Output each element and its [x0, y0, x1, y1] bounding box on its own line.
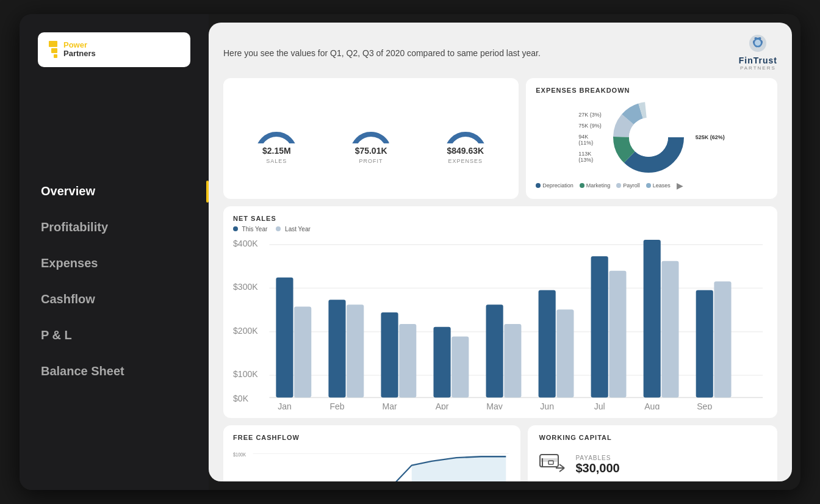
svg-rect-21 — [347, 304, 364, 397]
nav-item-overview[interactable]: Overview — [20, 173, 209, 209]
donut-container: 27K (3%) 75K (9%) 94K(11%) 113K(13%) — [578, 98, 725, 177]
line-chart-area: $100K $0K Jan 2020 Mar 2020 May 2020 — [233, 445, 511, 481]
cashflow-panel: FREE CASHFLOW $100K $0K Jan — [223, 425, 520, 481]
legend-leases: Leases — [646, 182, 671, 189]
expenses-breakdown-panel: EXPENSES BREAKDOWN 27K (3%) 75K (9%) 94K… — [526, 78, 777, 199]
gauge-expenses — [441, 113, 490, 143]
svg-rect-29 — [556, 309, 574, 397]
kpi-expenses-value: $849.63K — [447, 146, 484, 156]
svg-rect-31 — [609, 271, 626, 398]
svg-text:Jul: Jul — [594, 401, 605, 409]
svg-rect-30 — [591, 256, 608, 398]
kpi-sales-value: $2.15M — [262, 146, 291, 156]
logo-partners-text: Partners — [63, 49, 96, 58]
gauge-profit-svg — [347, 113, 395, 143]
svg-rect-27 — [504, 324, 521, 398]
kpi-gauges-panel: $2.15M SALES $75.01K PROFIT — [223, 78, 519, 199]
main-content: Here you see the values for Q1, Q2, Q3 o… — [209, 23, 792, 481]
working-capital-panel: WORKING CAPITAL — [528, 425, 777, 481]
svg-rect-28 — [539, 290, 556, 397]
svg-text:$0K: $0K — [233, 394, 249, 403]
legend-next-icon[interactable]: ▶ — [677, 181, 683, 190]
bar1 — [49, 41, 57, 47]
svg-rect-25 — [451, 337, 469, 398]
legend-payroll: Payroll — [616, 182, 640, 189]
legend-marketing: Marketing — [580, 182, 611, 189]
legend-dot-marketing — [580, 183, 584, 188]
legend-dot-depreciation — [536, 183, 541, 188]
svg-text:$300K: $300K — [233, 282, 258, 292]
payables-icon — [539, 452, 567, 478]
working-capital-title: WORKING CAPITAL — [539, 434, 766, 441]
donut-legend: Depreciation Marketing Payroll Leases — [536, 181, 768, 190]
nav-item-expenses[interactable]: Expenses — [20, 245, 209, 281]
svg-rect-24 — [434, 327, 451, 398]
svg-text:Jan: Jan — [278, 401, 292, 409]
fintrust-logo: FinTrust PARTNERS — [739, 35, 777, 71]
kpi-sales-label: SALES — [266, 158, 287, 164]
svg-rect-22 — [381, 312, 398, 398]
nav-items: Overview Profitability Expenses Cashflow… — [20, 92, 209, 472]
svg-point-7 — [629, 118, 668, 157]
nav-item-balance-sheet[interactable]: Balance Sheet — [20, 353, 209, 389]
label-depreciation: 525K (62%) — [696, 134, 725, 140]
svg-text:$200K: $200K — [233, 326, 258, 336]
label-payroll: 94K(11%) — [578, 134, 602, 146]
svg-text:$100K: $100K — [233, 369, 258, 379]
svg-text:Sep: Sep — [697, 401, 712, 409]
svg-rect-33 — [661, 261, 678, 398]
nav-item-profitability[interactable]: Profitability — [20, 209, 209, 245]
header-row: Here you see the values for Q1, Q2, Q3 o… — [223, 35, 777, 71]
kpi-profit-value: $75.01K — [355, 146, 387, 156]
app-container: Power Partners Overview Profitability Ex… — [20, 14, 800, 490]
gauge-expenses-svg — [441, 113, 490, 143]
label-leases: 75K (9%) — [578, 123, 602, 129]
bar-chart-svg: $400K $300K $200K $100K $0K — [233, 235, 768, 409]
svg-rect-19 — [294, 306, 311, 397]
legend-dot-leases — [646, 183, 651, 188]
gauge-sales — [252, 113, 301, 143]
expenses-title: EXPENSES BREAKDOWN — [536, 87, 768, 94]
kpi-profit: $75.01K PROFIT — [347, 113, 395, 164]
svg-rect-18 — [276, 278, 293, 398]
kpi-profit-label: PROFIT — [359, 158, 383, 164]
logo-box: Power Partners — [38, 32, 190, 67]
fintrust-sub: PARTNERS — [740, 65, 776, 71]
svg-text:Aug: Aug — [644, 401, 660, 409]
legend-this-year: This Year — [233, 226, 267, 232]
logo-power-text: Power — [63, 41, 96, 49]
svg-text:Mar: Mar — [382, 401, 397, 409]
wc-payables: PAYABLES $30,000 — [539, 448, 766, 481]
logo-text: Power Partners — [63, 41, 96, 59]
middle-row: NET SALES This Year Last Year $400K — [223, 206, 777, 418]
svg-text:Feb: Feb — [329, 401, 344, 409]
gauge-sales-svg — [252, 113, 301, 143]
legend-last-year: Last Year — [276, 226, 311, 232]
label-other: 27K (3%) — [578, 112, 602, 118]
svg-text:$400K: $400K — [233, 239, 258, 248]
dot-last-year — [276, 226, 281, 231]
svg-text:$100K: $100K — [233, 452, 246, 458]
svg-rect-20 — [328, 300, 345, 397]
cashflow-svg: $100K $0K Jan 2020 Mar 2020 May 2020 — [233, 445, 511, 481]
kpi-expenses: $849.63K EXPENSES — [441, 113, 490, 164]
nav-item-cashflow[interactable]: Cashflow — [20, 281, 209, 317]
svg-rect-34 — [696, 290, 713, 397]
fintrust-name: FinTrust — [739, 56, 777, 65]
payables-icon-svg — [539, 452, 567, 474]
header-description: Here you see the values for Q1, Q2, Q3 o… — [223, 48, 739, 58]
payables-info: PAYABLES $30,000 — [575, 455, 619, 475]
cashflow-title: FREE CASHFLOW — [233, 434, 511, 441]
metrics-row: $2.15M SALES $75.01K PROFIT — [223, 78, 777, 199]
nav-item-pl[interactable]: P & L — [20, 317, 209, 353]
bar3 — [54, 54, 57, 58]
svg-point-1 — [755, 40, 761, 46]
net-sales-title: NET SALES — [233, 215, 768, 222]
gauge-profit — [347, 113, 395, 143]
dot-this-year — [233, 226, 238, 231]
donut-area: 27K (3%) 75K (9%) 94K(11%) 113K(13%) — [536, 98, 768, 177]
svg-text:Jun: Jun — [540, 401, 554, 409]
svg-text:Apr: Apr — [436, 401, 449, 409]
donut-left-labels: 27K (3%) 75K (9%) 94K(11%) 113K(13%) — [578, 112, 602, 163]
payables-value: $30,000 — [575, 461, 619, 475]
